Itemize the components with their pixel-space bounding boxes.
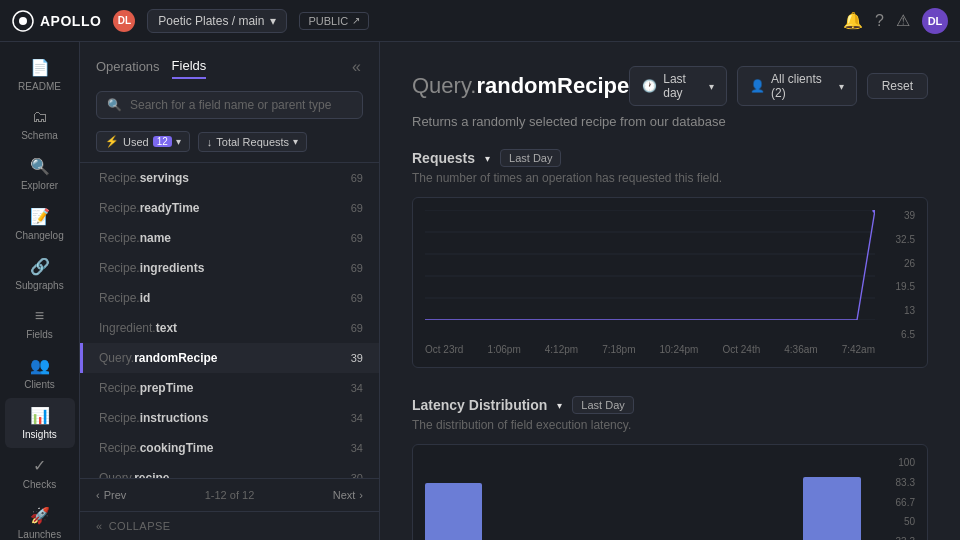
requests-section: Requests ▾ Last Day The number of times … bbox=[412, 149, 928, 368]
requests-description: The number of times an operation has req… bbox=[412, 171, 928, 185]
field-item[interactable]: Recipe.readyTime 69 bbox=[80, 193, 379, 223]
x-label-7: 7:42am bbox=[842, 344, 875, 355]
sidebar-item-subgraphs[interactable]: 🔗 Subgraphs bbox=[5, 249, 75, 299]
collapse-arrow-icon: « bbox=[96, 520, 103, 532]
svg-point-8 bbox=[872, 210, 875, 213]
field-item[interactable]: Recipe.cookingTime 34 bbox=[80, 433, 379, 463]
field-count: 69 bbox=[351, 292, 363, 304]
latency-chevron-icon: ▾ bbox=[557, 400, 562, 411]
x-label-2: 4:12pm bbox=[545, 344, 578, 355]
pagination: ‹ Prev 1-12 of 12 Next › bbox=[80, 478, 379, 511]
tab-fields[interactable]: Fields bbox=[172, 54, 207, 79]
sidebar-item-schema[interactable]: 🗂 Schema bbox=[5, 100, 75, 149]
sidebar-item-checks[interactable]: ✓ Checks bbox=[5, 448, 75, 498]
field-name: Recipe.instructions bbox=[99, 411, 208, 425]
latency-badge[interactable]: Last Day bbox=[572, 396, 633, 414]
chevron-time-icon: ▾ bbox=[709, 81, 714, 92]
field-name: Query.recipe bbox=[99, 471, 169, 478]
field-item[interactable]: Recipe.prepTime 34 bbox=[80, 373, 379, 403]
y-label-0: 39 bbox=[880, 210, 915, 221]
apollo-text: APOLLO bbox=[40, 13, 101, 29]
help-icon[interactable]: ? bbox=[875, 12, 884, 30]
bar-y-4: 33.3 bbox=[880, 536, 915, 540]
filter-used-tag[interactable]: ⚡ Used 12 ▾ bbox=[96, 131, 190, 152]
sidebar-item-readme[interactable]: 📄 README bbox=[5, 50, 75, 100]
avatar[interactable]: DL bbox=[922, 8, 948, 34]
alert-icon[interactable]: ⚠ bbox=[896, 11, 910, 30]
schema-icon: 🗂 bbox=[32, 108, 48, 126]
y-label-2: 26 bbox=[880, 258, 915, 269]
requests-header: Requests ▾ Last Day bbox=[412, 149, 928, 167]
sidebar-item-fields[interactable]: ≡ Fields bbox=[5, 299, 75, 348]
ops-panel: Operations Fields « 🔍 ⚡ Used 12 ▾ ↓ Tota… bbox=[80, 42, 380, 540]
notification-icon[interactable]: 🔔 bbox=[843, 11, 863, 30]
sidebar-item-changelog[interactable]: 📝 Changelog bbox=[5, 199, 75, 249]
tab-operations[interactable]: Operations bbox=[96, 55, 160, 78]
field-item[interactable]: Query.randomRecipe 39 bbox=[80, 343, 379, 373]
reset-button[interactable]: Reset bbox=[867, 73, 928, 99]
search-input[interactable] bbox=[130, 98, 352, 112]
requests-badge[interactable]: Last Day bbox=[500, 149, 561, 167]
prev-button[interactable]: ‹ Prev bbox=[96, 489, 126, 501]
field-count: 69 bbox=[351, 172, 363, 184]
ops-tabs: Operations Fields « bbox=[96, 54, 363, 79]
latency-description: The distribution of field execution late… bbox=[412, 418, 928, 432]
field-item[interactable]: Recipe.id 69 bbox=[80, 283, 379, 313]
field-item[interactable]: Query.recipe 30 bbox=[80, 463, 379, 478]
field-item[interactable]: Recipe.instructions 34 bbox=[80, 403, 379, 433]
next-button[interactable]: Next › bbox=[333, 489, 363, 501]
time-selector[interactable]: 🕐 Last day ▾ bbox=[629, 66, 727, 106]
bar-0 bbox=[425, 457, 497, 540]
chevron-client-icon: ▾ bbox=[839, 81, 844, 92]
field-item[interactable]: Ingredient.text 69 bbox=[80, 313, 379, 343]
external-link-icon: ↗ bbox=[352, 15, 360, 26]
requests-chevron-icon: ▾ bbox=[485, 153, 490, 164]
topbar: APOLLO DL Poetic Plates / main ▾ PUBLIC … bbox=[0, 0, 960, 42]
filter-used-label: Used bbox=[123, 136, 149, 148]
filter-requests-label: Total Requests bbox=[216, 136, 289, 148]
field-item[interactable]: Recipe.servings 69 bbox=[80, 163, 379, 193]
bar-fill-5 bbox=[803, 477, 860, 541]
filter-requests-tag[interactable]: ↓ Total Requests ▾ bbox=[198, 132, 307, 152]
requests-chart-svg bbox=[425, 210, 875, 320]
bar-y-3: 50 bbox=[880, 516, 915, 527]
explorer-icon: 🔍 bbox=[30, 157, 50, 176]
bar-3 bbox=[652, 457, 724, 540]
sidebar-item-explorer[interactable]: 🔍 Explorer bbox=[5, 149, 75, 199]
field-count: 39 bbox=[351, 352, 363, 364]
collapse-link[interactable]: « COLLAPSE bbox=[96, 520, 363, 532]
latency-chart: 100 83.3 66.7 50 33.3 16.7 < 1ms p50 bbox=[412, 444, 928, 540]
sidebar-label-readme: README bbox=[18, 81, 61, 92]
changelog-icon: 📝 bbox=[30, 207, 50, 226]
search-box: 🔍 bbox=[96, 91, 363, 119]
chevron-down-icon: ▾ bbox=[176, 136, 181, 147]
time-selector-label: Last day bbox=[663, 72, 703, 100]
field-count: 34 bbox=[351, 412, 363, 424]
readme-icon: 📄 bbox=[30, 58, 50, 77]
latency-y-labels: 100 83.3 66.7 50 33.3 16.7 bbox=[880, 457, 915, 540]
clock-icon: 🕐 bbox=[642, 79, 657, 93]
apollo-logo-icon bbox=[12, 10, 34, 32]
collapse-label: COLLAPSE bbox=[109, 520, 171, 532]
requests-chart: 39 32.5 26 19.5 13 6.5 bbox=[412, 197, 928, 368]
bar-fill-0 bbox=[425, 483, 482, 540]
user-badge: DL bbox=[113, 10, 135, 32]
requests-y-labels: 39 32.5 26 19.5 13 6.5 bbox=[880, 210, 915, 340]
field-item[interactable]: Recipe.ingredients 69 bbox=[80, 253, 379, 283]
sidebar-item-insights[interactable]: 📊 Insights bbox=[5, 398, 75, 448]
sidebar-label-subgraphs: Subgraphs bbox=[15, 280, 63, 291]
visibility-badge[interactable]: PUBLIC ↗ bbox=[299, 12, 369, 30]
sidebar-label-fields: Fields bbox=[26, 329, 53, 340]
client-selector[interactable]: 👤 All clients (2) ▾ bbox=[737, 66, 857, 106]
branch-selector[interactable]: Poetic Plates / main ▾ bbox=[147, 9, 287, 33]
field-name: Recipe.prepTime bbox=[99, 381, 193, 395]
field-count: 34 bbox=[351, 382, 363, 394]
chevron-down-icon: ▾ bbox=[270, 14, 276, 28]
x-label-1: 1:06pm bbox=[487, 344, 520, 355]
sidebar-label-checks: Checks bbox=[23, 479, 56, 490]
field-item[interactable]: Recipe.name 69 bbox=[80, 223, 379, 253]
latency-header: Latency Distribution ▾ Last Day bbox=[412, 396, 928, 414]
sidebar-item-clients[interactable]: 👥 Clients bbox=[5, 348, 75, 398]
collapse-panel-button[interactable]: « bbox=[350, 56, 363, 78]
sidebar-item-launches[interactable]: 🚀 Launches bbox=[5, 498, 75, 540]
